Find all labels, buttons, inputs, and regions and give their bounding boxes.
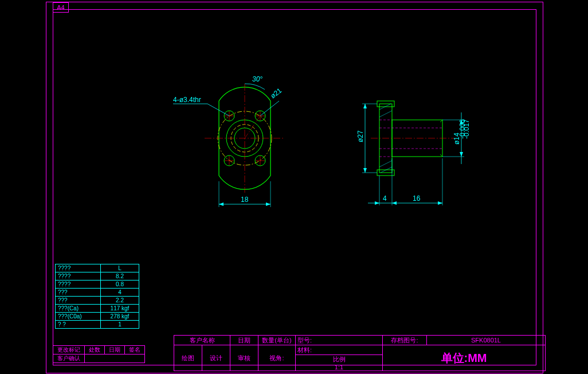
svg-line-18 [207, 104, 229, 116]
unit-label: 单位:MM [383, 345, 546, 371]
dim-width: 18 [241, 196, 249, 204]
svg-marker-51 [460, 152, 463, 157]
view-label: 视角: [258, 345, 296, 371]
dim-bolt-circle: ø21 [269, 86, 283, 100]
check-label: 审核 [230, 345, 258, 371]
svg-line-35 [379, 161, 392, 167]
customer-label: 客户名称 [174, 336, 230, 345]
svg-line-21 [260, 101, 279, 116]
parameter-table: ????L ????8.2 ????0.8 ???4 ???2.2 ???(Ca… [55, 264, 139, 329]
dim-shaft-len: 16 [413, 194, 421, 202]
date-label: 日期 [230, 336, 258, 345]
dim-tol-lower: -0.017 [462, 119, 471, 139]
archive-label: 存档图号: [383, 336, 427, 345]
revision-table: 更改标记 处数 日期 签名 客户确认 [53, 345, 145, 363]
design-label: 设计 [202, 345, 230, 371]
svg-marker-26 [266, 202, 271, 206]
scale-label: 比例 [333, 356, 346, 363]
svg-marker-46 [363, 168, 367, 173]
dim-outer-dia: ø27 [356, 130, 364, 142]
svg-marker-45 [363, 104, 367, 108]
front-view: 4-ø3.4thr 30° ø21 18 [173, 75, 285, 207]
qty-label: 数量(单台) [258, 336, 296, 345]
archive-value: SFK0801L [427, 336, 546, 345]
svg-marker-25 [219, 202, 224, 206]
dim-angle: 30° [252, 75, 262, 83]
model-label: 型号: [296, 336, 383, 345]
svg-marker-56 [375, 201, 379, 205]
title-block: 客户名称 日期 数量(单台) 型号: 存档图号: SFK0801L 绘图 设计 … [174, 335, 546, 371]
scale-value: 1:1 [335, 364, 343, 371]
svg-line-20 [245, 116, 260, 138]
dim-flange-thk: 4 [383, 194, 387, 202]
svg-line-31 [440, 120, 442, 122]
svg-line-32 [440, 154, 442, 157]
material-label: 材料: [296, 345, 383, 355]
svg-line-34 [379, 111, 392, 117]
side-view: ø27 ø14 -0.006 -0.017 4 16 [356, 101, 471, 205]
dim-hole-callout: 4-ø3.4thr [173, 96, 201, 104]
draw-label: 绘图 [174, 345, 202, 371]
svg-marker-60 [438, 201, 442, 205]
